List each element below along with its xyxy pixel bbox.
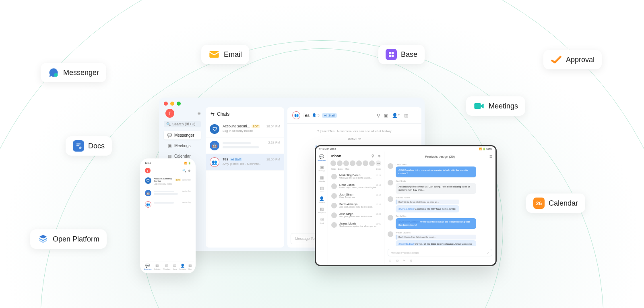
window-traffic-lights: [159, 98, 425, 107]
mention-icon[interactable]: @: [396, 259, 399, 262]
tablet-status-bar: 9:41 Mon Jun 3 📶 🔋 100%: [316, 146, 495, 152]
product-email-pill[interactable]: Email: [201, 45, 249, 64]
chat-message: William EdwardsReply Camila Diaz: What w…: [388, 231, 492, 246]
sidebar-item-email[interactable]: ✉Email: [320, 217, 324, 224]
sidebar-item-meetings[interactable]: ▣Meetings: [318, 164, 325, 172]
sidebar-item-messenger[interactable]: 💬 Messenger: [164, 131, 201, 139]
meetings-icon: [473, 100, 485, 112]
workspace-avatar[interactable]: T: [145, 168, 151, 173]
chat-row[interactable]: 👥 Yesterday: [142, 199, 194, 210]
chat-row[interactable]: 🤖 Yesterday: [142, 187, 194, 199]
svg-rect-6: [76, 144, 81, 144]
avatar[interactable]: [337, 160, 343, 166]
more-icon[interactable]: ⊕: [410, 259, 413, 262]
tab-contacts[interactable]: 👤Contacts: [179, 264, 186, 270]
tablet-mock: 9:41 Mon Jun 3 📶 🔋 100% 💬Messenger ▣Meet…: [315, 145, 497, 266]
avatar[interactable]: [350, 160, 355, 166]
list-item[interactable]: Linda Jones16:14 I could help. Correct, …: [328, 181, 384, 191]
tab-workplace[interactable]: ▧Workplace: [163, 264, 171, 270]
message-compose[interactable]: Message Products design ⤢: [388, 249, 492, 256]
search-icon[interactable]: ⚲: [377, 113, 380, 118]
plus-icon[interactable]: ⊕: [188, 169, 191, 173]
tab-docs[interactable]: ▤Docs: [173, 264, 177, 270]
list-item[interactable]: Marketing Bonus16:15 When you first log …: [328, 172, 384, 181]
product-base-pill[interactable]: Base: [378, 45, 425, 64]
product-label: Approval: [566, 56, 594, 64]
product-meetings-pill[interactable]: Meetings: [466, 96, 525, 116]
product-open-platform-pill[interactable]: Open Platform: [30, 229, 107, 249]
sidebar-item-docs[interactable]: ▤Docs: [320, 185, 324, 193]
messenger-icon: [48, 67, 59, 78]
list-item[interactable]: Josh Singh16:12 Okay. Trying now.: [328, 191, 384, 201]
list-item[interactable]: Josh Singh16:04 And, yeah, please send t…: [328, 210, 384, 220]
messenger-icon: 💬: [167, 133, 172, 137]
search-icon[interactable]: 🔍: [182, 169, 186, 173]
avatar[interactable]: [363, 160, 368, 166]
calendar-icon: 26: [533, 198, 545, 209]
filter-icon[interactable]: ⇆: [211, 111, 215, 117]
list-item[interactable]: Sonia Acharya16:10 And, yeah, please sen…: [328, 201, 384, 210]
scissors-icon[interactable]: ✂: [403, 259, 406, 262]
chat-row[interactable]: 🛡 Account Security Center BOT Yesterday …: [142, 175, 194, 187]
calendar-icon: ▦: [167, 154, 172, 158]
product-approval-pill[interactable]: Approval: [543, 50, 602, 69]
sidebar-item-calendar[interactable]: ▦Calendar: [318, 175, 325, 182]
bot-icon: 🤖: [210, 141, 219, 150]
svg-point-0: [54, 73, 58, 77]
search-input[interactable]: 🔍 Search (⌘+K): [164, 121, 201, 127]
meetings-icon: ▣: [167, 143, 172, 148]
chat-row[interactable]: 👥 Tes All Staff 10:55 PM Amy joined Tes …: [206, 154, 284, 171]
product-label: Messenger: [63, 69, 99, 77]
sidebar-item-meetings[interactable]: ▣ Meetings: [164, 141, 201, 150]
avatar: [388, 231, 393, 237]
more-icon[interactable]: ⋯: [412, 113, 417, 118]
placeholder-bar: [223, 142, 251, 144]
avatar[interactable]: [343, 160, 349, 166]
shield-icon: 🛡: [145, 177, 151, 184]
avatar[interactable]: [369, 160, 375, 166]
zoom-dot[interactable]: [177, 102, 181, 106]
chat-message-list: Linda Jones@All Could we bring on a nati…: [384, 162, 495, 246]
minimize-dot[interactable]: [170, 102, 174, 106]
panel-icon[interactable]: ▥: [404, 113, 408, 118]
sidebar-item-messenger[interactable]: 💬Messenger: [318, 154, 326, 161]
plus-icon[interactable]: ⊕: [378, 154, 381, 158]
sidebar-item-workplace[interactable]: ▧Workplace: [318, 206, 326, 214]
search-icon[interactable]: ⚲: [372, 154, 374, 158]
avatar-more[interactable]: ⋯: [376, 160, 381, 166]
tab-messenger[interactable]: 💬Messenger: [144, 264, 152, 270]
close-dot[interactable]: [164, 102, 168, 106]
avatar: [331, 174, 337, 179]
svg-rect-9: [474, 103, 481, 109]
video-icon[interactable]: ▣: [384, 113, 388, 118]
product-label: Docs: [88, 142, 105, 150]
avatar[interactable]: [356, 160, 362, 166]
product-messenger-pill[interactable]: Messenger: [41, 63, 106, 82]
avatar[interactable]: [330, 160, 336, 166]
sidebar-item-contacts[interactable]: 👤Contacts: [319, 196, 325, 203]
plus-icon[interactable]: ⊕: [197, 111, 201, 116]
product-docs-pill[interactable]: Docs: [66, 136, 112, 156]
avatar: [331, 183, 337, 189]
group-avatar[interactable]: 👥: [292, 111, 300, 119]
phone-mock: 12:19📶 🔋 T 🔍 ⊕ 🛡 Account Security Center…: [140, 158, 196, 273]
docs-icon: [73, 140, 84, 152]
list-item[interactable]: James Morris16:01 Shall we use a system …: [328, 220, 384, 230]
chat-thread-header: Products design (26) ☰: [384, 152, 495, 162]
chat-row[interactable]: 🤖 2:38 PM: [206, 137, 284, 154]
workspace-avatar[interactable]: T: [165, 109, 174, 118]
tab-more[interactable]: ▦More: [188, 264, 192, 270]
chat-message: Linda Jones@All Could we bring on a nati…: [388, 163, 492, 177]
expand-icon[interactable]: ⤢: [487, 251, 489, 254]
menu-icon[interactable]: ☰: [489, 155, 492, 158]
svg-rect-2: [389, 52, 391, 54]
add-user-icon[interactable]: 👤⁺: [392, 113, 400, 118]
group-avatar: 👥: [145, 201, 151, 208]
svg-point-8: [79, 147, 82, 149]
product-label: Email: [224, 50, 242, 59]
product-calendar-pill[interactable]: 26 Calendar: [526, 194, 585, 213]
chat-message: Matthew PowellReply Linda Jones: @All Co…: [388, 196, 492, 212]
chat-row[interactable]: 🛡 Account Securi... BOT 10:54 PM Log in …: [206, 121, 284, 137]
emoji-icon[interactable]: ☺: [388, 259, 392, 262]
tab-calendar[interactable]: ▦Calendar: [154, 264, 161, 270]
